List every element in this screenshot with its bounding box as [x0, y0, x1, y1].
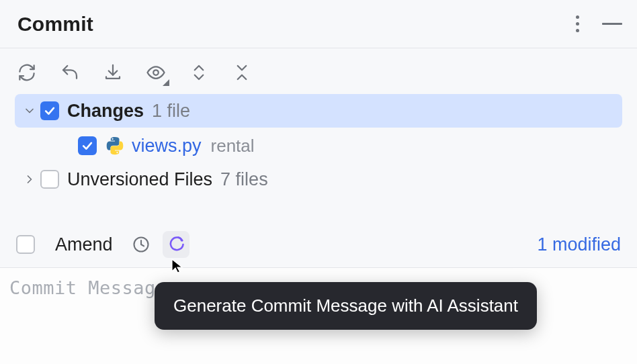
shelve-icon[interactable]	[101, 60, 125, 85]
svg-point-0	[153, 70, 159, 75]
changes-label: Changes	[67, 101, 144, 122]
ai-tooltip: Generate Commit Message with AI Assistan…	[155, 282, 537, 330]
more-options-icon[interactable]	[572, 11, 583, 36]
panel-title: Commit	[17, 13, 93, 36]
collapse-all-icon[interactable]	[230, 60, 254, 85]
changes-count: 1 file	[152, 101, 190, 122]
ai-assistant-icon[interactable]	[163, 231, 189, 258]
expand-all-icon[interactable]	[187, 60, 211, 85]
commit-toolbar	[0, 48, 637, 94]
unversioned-group-row[interactable]: Unversioned Files 7 files	[15, 163, 622, 196]
minimize-button[interactable]	[602, 23, 622, 25]
python-file-icon	[105, 136, 125, 156]
unversioned-count: 7 files	[220, 169, 268, 190]
unversioned-checkbox[interactable]	[40, 170, 59, 189]
file-path: rental	[211, 136, 255, 156]
unversioned-label: Unversioned Files	[67, 169, 212, 190]
history-icon[interactable]	[128, 231, 155, 258]
rollback-icon[interactable]	[58, 60, 82, 85]
modified-count-link[interactable]: 1 modified	[537, 234, 621, 255]
amend-checkbox[interactable]	[16, 235, 35, 254]
commit-message-placeholder: Commit Message	[9, 277, 167, 298]
file-name: views.py	[132, 136, 202, 156]
chevron-right-icon[interactable]	[19, 173, 40, 186]
preview-icon[interactable]	[144, 60, 168, 85]
chevron-down-icon[interactable]	[19, 104, 40, 118]
file-row[interactable]: views.py rental	[15, 129, 622, 163]
amend-label: Amend	[55, 234, 113, 255]
changes-checkbox[interactable]	[40, 101, 59, 120]
changes-group-row[interactable]: Changes 1 file	[15, 94, 622, 128]
file-checkbox[interactable]	[78, 136, 97, 155]
refresh-icon[interactable]	[15, 60, 39, 85]
